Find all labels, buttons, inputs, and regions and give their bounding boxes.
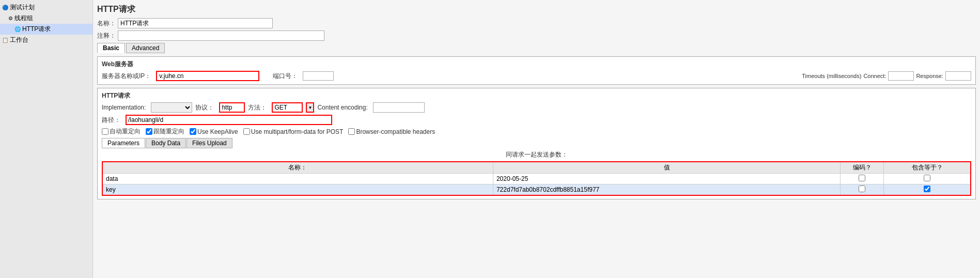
col-header-name: 名称： [102, 162, 493, 174]
sub-tab-parameters[interactable]: Parameters [102, 138, 145, 148]
server-name-input[interactable] [156, 71, 259, 81]
checkbox-auto-redirect-input[interactable] [102, 128, 108, 135]
content-encoding-input[interactable] [373, 102, 425, 113]
response-input[interactable] [945, 71, 971, 81]
sub-tabs: Parameters Body Data Files Upload [102, 138, 971, 148]
timeouts-section: Timeouts (milliseconds) Connect: Respons… [802, 71, 971, 81]
checkbox-multipart-label: Use multipart/form-data for POST [251, 128, 344, 135]
param-name-1: key [102, 184, 493, 196]
workbench-icon: 📋 [2, 37, 8, 43]
connect-input[interactable] [888, 71, 914, 81]
port-label: 端口号： [273, 72, 298, 81]
timeouts-label: Timeouts (milliseconds) [802, 73, 861, 79]
table-row: data 2020-05-25 [102, 174, 971, 184]
port-input[interactable] [303, 71, 334, 81]
sub-tab-body-data[interactable]: Body Data [146, 138, 186, 148]
test-plan-icon: 🔵 [2, 5, 8, 10]
checkbox-keepalive-label: Use KeepAlive [197, 128, 238, 135]
tab-advanced[interactable]: Advanced [126, 43, 165, 53]
sidebar-item-label: 线程组 [14, 14, 33, 23]
include-checkbox-1[interactable] [924, 186, 930, 192]
checkbox-auto-redirect-label: 自动重定向 [110, 127, 141, 136]
http-request-panel: HTTP请求 Implementation: 协议： 方法： ▼ Content… [97, 88, 976, 199]
path-input[interactable] [126, 115, 332, 125]
checkbox-follow-redirect: 跟随重定向 [146, 127, 184, 136]
col-header-value: 值 [493, 162, 840, 174]
comment-label: 注释： [97, 32, 116, 40]
encode-checkbox-1[interactable] [859, 186, 865, 192]
path-row: 路径： [102, 115, 971, 125]
checkbox-multipart-input[interactable] [243, 128, 250, 135]
http-request-icon: 🌐 [14, 26, 21, 32]
checkbox-multipart: Use multipart/form-data for POST [243, 128, 344, 135]
sidebar-item-http-request[interactable]: 🌐 HTTP请求 [0, 24, 92, 35]
col-header-include: 包含等于？ [884, 162, 971, 174]
web-server-title: Web服务器 [102, 60, 971, 69]
sidebar-item-thread-group[interactable]: ⚙ 线程组 [0, 13, 92, 24]
method-label: 方法： [248, 103, 267, 112]
param-value-0: 2020-05-25 [493, 174, 840, 184]
param-include-1 [884, 184, 971, 196]
main-content: HTTP请求 名称： 注释： Basic Advanced Web服务器 服务器… [93, 0, 980, 278]
server-label: 服务器名称或IP： [102, 72, 151, 81]
sidebar-item-workbench[interactable]: 📋 工作台 [0, 35, 92, 45]
param-encode-1 [841, 184, 884, 196]
impl-row: Implementation: 协议： 方法： ▼ Content encodi… [102, 102, 971, 113]
params-header: 同请求一起发送参数： [102, 150, 971, 159]
checkbox-browser-headers: Browser-compatible headers [348, 128, 435, 135]
name-label: 名称： [97, 19, 116, 28]
thread-group-icon: ⚙ [8, 16, 13, 21]
method-dropdown[interactable]: ▼ [306, 102, 314, 113]
sidebar-item-label: 工作台 [10, 36, 28, 44]
col-header-encode: 编码？ [841, 162, 884, 174]
encode-checkbox-0[interactable] [859, 175, 865, 181]
param-encode-0 [841, 174, 884, 184]
method-input[interactable] [272, 102, 303, 113]
params-table: 名称： 值 编码？ 包含等于？ data 2020-05-25 key 722d… [102, 161, 971, 196]
web-server-row: 服务器名称或IP： 端口号： Timeouts (milliseconds) C… [102, 71, 971, 81]
include-checkbox-0[interactable] [924, 175, 930, 181]
checkbox-keepalive-input[interactable] [190, 128, 196, 135]
checkbox-follow-redirect-label: 跟随重定向 [153, 127, 184, 136]
connect-label: Connect: [863, 73, 886, 79]
sidebar: 🔵 测试计划 ⚙ 线程组 🌐 HTTP请求 📋 工作台 [0, 0, 93, 278]
protocol-label: 协议： [195, 103, 214, 112]
tab-basic[interactable]: Basic [97, 43, 125, 53]
table-row: key 722d7fd7ab0b8702cdffb8851a15f977 [102, 184, 971, 196]
http-request-title: HTTP请求 [102, 91, 971, 100]
impl-label: Implementation: [102, 104, 146, 111]
sidebar-item-test-plan[interactable]: 🔵 测试计划 [0, 2, 92, 13]
impl-select[interactable] [151, 102, 192, 113]
sidebar-item-label: 测试计划 [10, 3, 35, 12]
param-value-1: 722d7fd7ab0b8702cdffb8851a15f977 [493, 184, 840, 196]
comment-input[interactable] [118, 30, 324, 41]
main-tabs: Basic Advanced [97, 43, 976, 53]
protocol-input[interactable] [219, 102, 245, 113]
sub-tab-files-upload[interactable]: Files Upload [186, 138, 232, 148]
checkbox-browser-headers-input[interactable] [348, 128, 355, 135]
checkbox-keepalive: Use KeepAlive [190, 128, 238, 135]
response-label: Response: [916, 73, 943, 79]
name-input[interactable] [118, 18, 273, 28]
name-row: 名称： [97, 18, 976, 28]
web-server-panel: Web服务器 服务器名称或IP： 端口号： Timeouts (millisec… [97, 56, 976, 85]
content-encoding-label: Content encoding: [317, 104, 367, 111]
comment-row: 注释： [97, 30, 976, 41]
checkbox-follow-redirect-input[interactable] [146, 128, 152, 135]
sidebar-item-label: HTTP请求 [22, 25, 51, 34]
page-title: HTTP请求 [97, 4, 976, 15]
path-label: 路径： [102, 116, 120, 125]
param-include-0 [884, 174, 971, 184]
checkbox-browser-headers-label: Browser-compatible headers [356, 128, 435, 135]
param-name-0: data [102, 174, 493, 184]
checkboxes-row: 自动重定向 跟随重定向 Use KeepAlive Use multipart/… [102, 127, 971, 136]
checkbox-auto-redirect: 自动重定向 [102, 127, 141, 136]
